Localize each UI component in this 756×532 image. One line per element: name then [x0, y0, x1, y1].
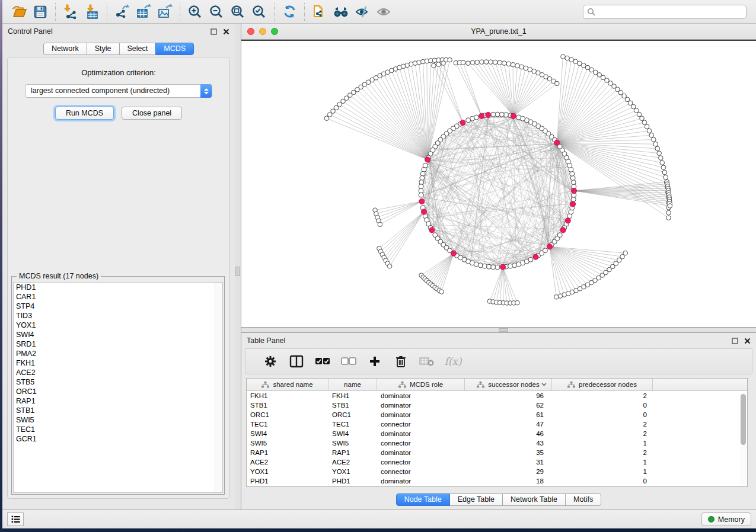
show-preview-button[interactable]	[373, 2, 394, 22]
network-canvas[interactable]	[241, 40, 756, 327]
sort-descending-icon	[541, 383, 547, 386]
criterion-select[interactable]: largest connected component (undirected)	[25, 84, 212, 98]
import-network-button[interactable]	[60, 2, 81, 22]
list-item[interactable]: STB1	[14, 406, 222, 415]
table-scrollbar[interactable]	[740, 393, 747, 485]
search-input[interactable]	[583, 5, 747, 19]
table-row[interactable]: SWI4SWI4dominator462	[247, 429, 747, 438]
delete-column-button[interactable]	[388, 351, 414, 372]
network-view-frame: YPA_prune.txt_1	[241, 24, 756, 327]
list-item[interactable]: PMA2	[14, 349, 222, 358]
column-header-successor-nodes[interactable]: successor nodes	[465, 379, 552, 390]
save-button[interactable]	[30, 2, 51, 22]
function-builder-button[interactable]: f(x)	[440, 351, 466, 372]
toolbar-separator	[55, 3, 56, 21]
export-network-button[interactable]	[111, 2, 133, 22]
table-row[interactable]: ORC1ORC1dominator610	[247, 410, 747, 419]
column-header-predecessor-nodes[interactable]: predecessor nodes	[552, 379, 653, 390]
network-file-button[interactable]	[309, 2, 330, 22]
delete-table-button[interactable]	[414, 351, 440, 372]
add-column-button[interactable]	[362, 351, 388, 372]
hide-preview-button[interactable]	[352, 2, 373, 22]
toolbar-separator	[274, 3, 275, 21]
table-row[interactable]: YOX1YOX1connector291	[247, 467, 747, 476]
column-header-mcds-role[interactable]: MCDS role	[377, 379, 465, 390]
list-item[interactable]: ORC1	[14, 387, 222, 396]
list-item[interactable]: SWI4	[14, 330, 222, 339]
memory-button[interactable]: Memory	[701, 512, 751, 526]
horizontal-splitter[interactable]	[241, 327, 756, 333]
list-item[interactable]: GCR1	[14, 434, 222, 444]
column-header-name[interactable]: name	[328, 379, 377, 390]
deselect-all-button[interactable]	[336, 351, 362, 372]
list-item[interactable]: RAP1	[14, 396, 222, 406]
vertical-splitter[interactable]	[235, 24, 241, 509]
tab-network-table[interactable]: Network Table	[502, 493, 566, 506]
tab-node-table[interactable]: Node Table	[396, 493, 450, 506]
tab-mcds[interactable]: MCDS	[155, 43, 194, 55]
optimization-criterion-label: Optimization criterion:	[8, 68, 229, 77]
column-header-shared-name[interactable]: shared name	[247, 379, 328, 390]
close-panel-button[interactable]: Close panel	[122, 107, 182, 120]
criterion-selected-value: largest connected component (undirected)	[31, 86, 170, 95]
table-settings-button[interactable]	[257, 351, 283, 372]
network-search	[583, 5, 747, 19]
float-window-icon[interactable]	[732, 338, 738, 344]
close-panel-icon[interactable]	[223, 28, 229, 35]
table-row[interactable]: FKH1FKH1dominator962	[247, 391, 747, 400]
table-body: FKH1FKH1dominator962 STB1STB1dominator62…	[247, 391, 747, 486]
import-table-button[interactable]	[81, 2, 103, 22]
open-folder-icon	[11, 5, 27, 19]
export-image-button[interactable]	[154, 2, 176, 22]
run-mcds-button[interactable]: Run MCDS	[55, 107, 114, 120]
tree-icon	[477, 382, 484, 388]
tab-style[interactable]: Style	[87, 43, 120, 55]
task-history-button[interactable]	[7, 512, 24, 526]
tab-network[interactable]: Network	[43, 43, 87, 55]
list-item[interactable]: CAR1	[14, 292, 222, 302]
network-graph[interactable]	[241, 41, 756, 327]
network-title: YPA_prune.txt_1	[241, 27, 756, 36]
close-panel-icon[interactable]	[744, 338, 751, 344]
scrollbar-thumb[interactable]	[741, 394, 746, 445]
open-button[interactable]	[8, 2, 30, 22]
show-columns-button[interactable]	[283, 351, 310, 372]
list-item[interactable]: ACE2	[14, 368, 222, 377]
control-panel-titlebar: Control Panel	[2, 24, 235, 39]
zoom-selected-button[interactable]	[248, 2, 270, 22]
splitter-grip[interactable]	[499, 328, 508, 332]
select-all-button[interactable]	[310, 351, 336, 372]
zoom-in-button[interactable]	[184, 2, 206, 22]
list-item[interactable]: PHD1	[14, 283, 222, 292]
tab-edge-table[interactable]: Edge Table	[449, 493, 503, 506]
table-row[interactable]: RAP1RAP1dominator352	[247, 448, 747, 457]
list-item[interactable]: SRD1	[14, 339, 222, 349]
zoom-out-button[interactable]	[206, 2, 227, 22]
search-network-button[interactable]	[330, 2, 352, 22]
table-row[interactable]: PHD1PHD1dominator180	[247, 476, 747, 486]
list-item[interactable]: STB5	[14, 377, 222, 387]
list-item[interactable]: STP4	[14, 302, 222, 311]
table-row[interactable]: ACE2ACE2connector311	[247, 457, 747, 467]
list-item[interactable]: TEC1	[14, 425, 222, 434]
refresh-button[interactable]	[279, 2, 300, 22]
list-item[interactable]: TID3	[14, 311, 222, 321]
table-row[interactable]: TEC1TEC1connector472	[247, 419, 747, 429]
list-item[interactable]: FKH1	[14, 358, 222, 368]
zoom-fit-icon	[230, 4, 245, 20]
export-table-button[interactable]	[133, 2, 154, 22]
refresh-icon	[282, 4, 297, 19]
tab-motifs[interactable]: Motifs	[565, 493, 601, 506]
list-item[interactable]: SWI5	[14, 415, 222, 425]
float-window-icon[interactable]	[210, 28, 217, 35]
list-item[interactable]: YOX1	[14, 321, 222, 330]
table-panel: Table Panel	[241, 333, 756, 509]
network-titlebar[interactable]: YPA_prune.txt_1	[241, 24, 756, 40]
zoom-fit-button[interactable]	[227, 2, 248, 22]
splitter-grip[interactable]	[235, 267, 240, 276]
mcds-result-list[interactable]: PHD1 CAR1 STP4 TID3 YOX1 SWI4 SRD1 PMA2 …	[13, 282, 223, 493]
list-scrollbar[interactable]	[215, 283, 222, 492]
tab-select[interactable]: Select	[119, 43, 157, 55]
table-row[interactable]: STB1STB1dominator620	[247, 400, 747, 410]
table-row[interactable]: SWI5SWI5connector431	[247, 438, 747, 448]
